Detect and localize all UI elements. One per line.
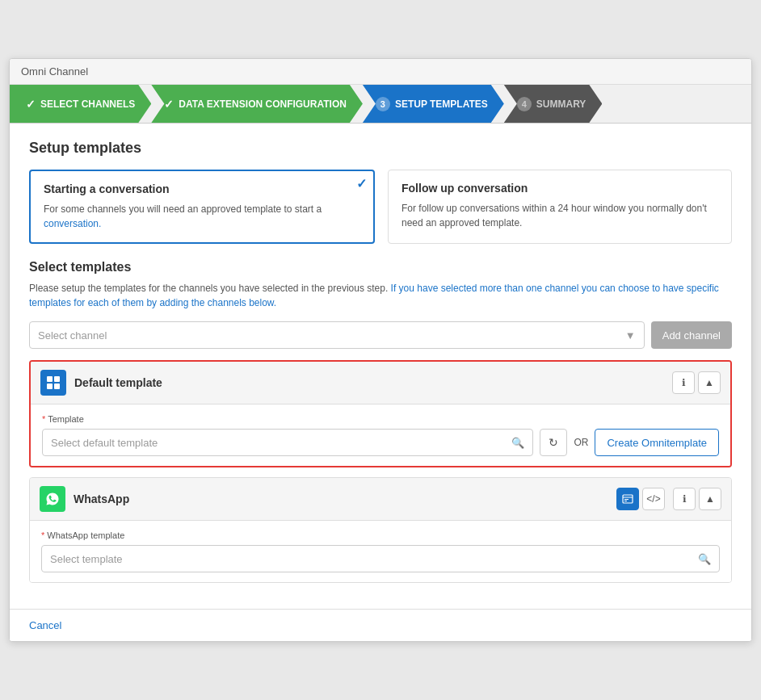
chevron-down-icon: ▼ <box>625 329 636 342</box>
default-field-label: * Template <box>42 414 719 424</box>
default-template-block: Default template ℹ ▲ * Template Select d… <box>29 360 732 467</box>
info-card-followup[interactable]: Follow up conversation For follow up con… <box>388 170 732 244</box>
conversation-link[interactable]: conversation. <box>44 218 101 229</box>
svg-rect-2 <box>47 384 53 389</box>
default-template-icon <box>40 370 66 396</box>
step-data-extension[interactable]: ✓ DATA EXTENSION CONFIGURATION <box>151 85 363 123</box>
cancel-button[interactable]: Cancel <box>29 619 61 631</box>
default-template-header: Default template ℹ ▲ <box>31 362 730 404</box>
info-card-followup-text: For follow up conversations within a 24 … <box>402 201 718 230</box>
step-check-icon-2: ✓ <box>164 98 174 111</box>
step-label-1: SELECT CHANNELS <box>40 99 135 110</box>
info-card-starting[interactable]: Starting a conversation For some channel… <box>29 170 375 244</box>
channel-dropdown-placeholder: Select channel <box>38 329 107 342</box>
page-title: Setup templates <box>29 140 732 157</box>
or-label: OR <box>574 437 588 448</box>
whatsapp-search-icon: 🔍 <box>698 553 711 565</box>
whatsapp-extra-actions: </> <box>616 488 665 510</box>
desc-normal: Please setup the templates for the chann… <box>29 283 391 294</box>
default-template-placeholder: Select default template <box>51 437 158 449</box>
default-template-body: * Template Select default template 🔍 ↻ O… <box>31 404 730 466</box>
step-summary[interactable]: 4 SUMMARY <box>504 85 603 123</box>
content-area: Setup templates Starting a conversation … <box>10 124 751 609</box>
refresh-button[interactable]: ↻ <box>540 429 567 456</box>
step-number-4: 4 <box>517 97 532 111</box>
step-label-4: SUMMARY <box>536 99 587 110</box>
whatsapp-template-actions: </> ℹ ▲ <box>616 488 721 510</box>
default-template-title: Default template <box>74 376 672 389</box>
search-icon: 🔍 <box>511 437 524 449</box>
info-cards: Starting a conversation For some channel… <box>29 170 732 244</box>
whatsapp-template-body: * WhatsApp template Select template 🔍 <box>30 521 731 582</box>
add-channel-button[interactable]: Add channel <box>651 321 732 349</box>
whatsapp-template-input[interactable]: Select template 🔍 <box>41 545 720 572</box>
step-select-channels[interactable]: ✓ SELECT CHANNELS <box>10 85 151 123</box>
whatsapp-info-button[interactable]: ℹ <box>673 488 696 510</box>
whatsapp-template-title: WhatsApp <box>74 493 616 505</box>
step-label-2: DATA EXTENSION CONFIGURATION <box>179 99 347 110</box>
svg-rect-0 <box>47 376 53 382</box>
info-card-starting-title: Starting a conversation <box>44 182 360 195</box>
default-template-input[interactable]: Select default template 🔍 <box>42 429 533 456</box>
whatsapp-field-label: * WhatsApp template <box>41 530 720 540</box>
step-check-icon-1: ✓ <box>26 98 36 111</box>
channel-select-row: Select channel ▼ Add channel <box>29 321 732 349</box>
channel-dropdown[interactable]: Select channel ▼ <box>29 321 645 349</box>
whatsapp-template-view-button[interactable] <box>616 488 639 510</box>
default-template-actions: ℹ ▲ <box>672 371 721 394</box>
whatsapp-collapse-button[interactable]: ▲ <box>699 488 721 510</box>
modal-footer: Cancel <box>10 609 751 641</box>
default-template-input-row: Select default template 🔍 ↻ OR Create Om… <box>42 429 719 456</box>
default-collapse-button[interactable]: ▲ <box>698 371 721 394</box>
select-templates-desc: Please setup the templates for the chann… <box>29 281 732 310</box>
info-card-starting-text: For some channels you will need an appro… <box>44 202 360 231</box>
whatsapp-icon <box>40 486 65 512</box>
step-setup-templates[interactable]: 3 SETUP TEMPLATES <box>363 85 504 123</box>
select-templates-title: Select templates <box>29 260 732 275</box>
default-info-button[interactable]: ℹ <box>672 371 695 394</box>
info-card-followup-title: Follow up conversation <box>402 182 718 195</box>
modal-title: Omni Channel <box>21 65 88 78</box>
whatsapp-template-header: WhatsApp </> <box>30 478 731 521</box>
whatsapp-template-block: WhatsApp </> <box>29 477 732 583</box>
svg-rect-5 <box>624 499 629 500</box>
step-label-3: SETUP TEMPLATES <box>395 99 488 110</box>
whatsapp-template-placeholder: Select template <box>50 553 123 565</box>
svg-rect-3 <box>54 384 60 389</box>
step-number-3: 3 <box>376 97 390 111</box>
modal-container: Omni Channel ✓ SELECT CHANNELS ✓ DATA EX… <box>9 58 752 642</box>
whatsapp-code-view-button[interactable]: </> <box>642 488 665 510</box>
modal-title-bar: Omni Channel <box>10 59 751 85</box>
code-icon: </> <box>646 493 660 505</box>
svg-rect-1 <box>54 376 60 382</box>
whatsapp-template-input-row: Select template 🔍 <box>41 545 720 572</box>
create-omnitemplate-button[interactable]: Create Omnitemplate <box>595 429 719 456</box>
stepper: ✓ SELECT CHANNELS ✓ DATA EXTENSION CONFI… <box>10 85 751 124</box>
svg-rect-6 <box>624 501 627 501</box>
